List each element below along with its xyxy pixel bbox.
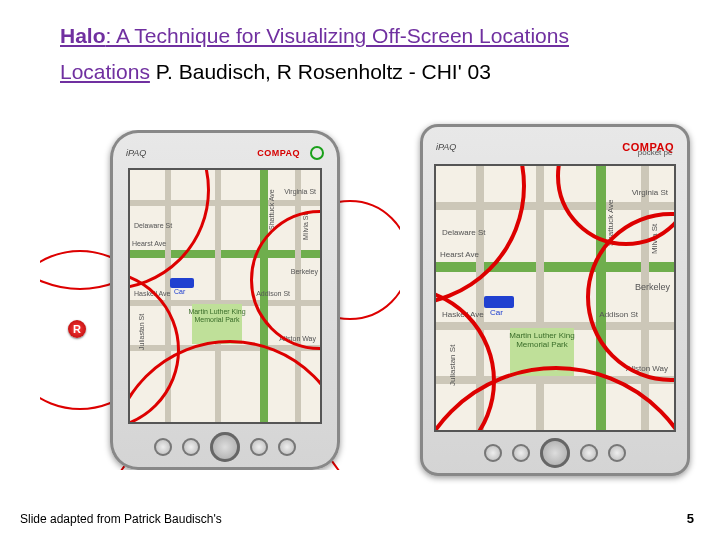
button-row <box>110 432 340 462</box>
figure-area: R R R R iPAQ COMPAQ <box>0 130 720 470</box>
hw-button <box>278 438 296 456</box>
hw-button <box>182 438 200 456</box>
hw-button <box>580 444 598 462</box>
halo-arc <box>556 164 676 246</box>
title-authors: P. Baudisch, R Rosenholtz - CHI' 03 <box>150 60 491 83</box>
title-link: : A Technique for Visualizing Off-Screen… <box>106 24 569 47</box>
slide: { "title": { "halo": "Halo", "link_rest"… <box>0 0 720 540</box>
ipaq-label: iPAQ <box>126 148 146 158</box>
car-icon <box>484 296 514 308</box>
button-row <box>420 438 690 468</box>
park-label: Martin Luther King Memorial Park <box>188 308 246 323</box>
pocketpc-label: pocket pc <box>638 148 672 157</box>
street-label: Virginia St <box>284 188 316 195</box>
dpad <box>210 432 240 462</box>
car-label: Car <box>490 308 503 317</box>
pda-screen: Virginia St Delaware St Hearst Ave Berke… <box>434 164 676 432</box>
map: Virginia St Delaware St Hearst Ave Berke… <box>436 166 674 430</box>
slide-title: Halo: A Technique for Visualizing Off-Sc… <box>0 0 720 89</box>
car-icon <box>170 278 194 288</box>
page-number: 5 <box>687 511 694 526</box>
restaurant-pin: R <box>68 320 86 338</box>
hw-button <box>250 438 268 456</box>
compaq-label: COMPAQ <box>257 148 300 158</box>
title-halo: Halo <box>60 24 106 47</box>
pda-left: iPAQ COMPAQ <box>110 130 340 470</box>
park-label: Martin Luther King Memorial Park <box>506 332 578 350</box>
car-label: Car <box>174 288 185 295</box>
left-figure: R R R R iPAQ COMPAQ <box>40 130 400 470</box>
power-icon <box>310 146 324 160</box>
ipaq-label: iPAQ <box>436 142 456 152</box>
hw-button <box>154 438 172 456</box>
pda-right: iPAQ COMPAQ pocket pc Virginia St <box>420 124 690 476</box>
hw-button <box>512 444 530 462</box>
hw-button <box>484 444 502 462</box>
pda-screen: Virginia St Delaware St Hearst Ave Berke… <box>128 168 322 424</box>
dpad <box>540 438 570 468</box>
street-label: Shattuck Ave <box>268 189 275 230</box>
title-locations: Locations <box>60 60 150 83</box>
map: Virginia St Delaware St Hearst Ave Berke… <box>130 170 320 422</box>
footer-credit: Slide adapted from Patrick Baudisch's <box>20 512 222 526</box>
hw-button <box>608 444 626 462</box>
